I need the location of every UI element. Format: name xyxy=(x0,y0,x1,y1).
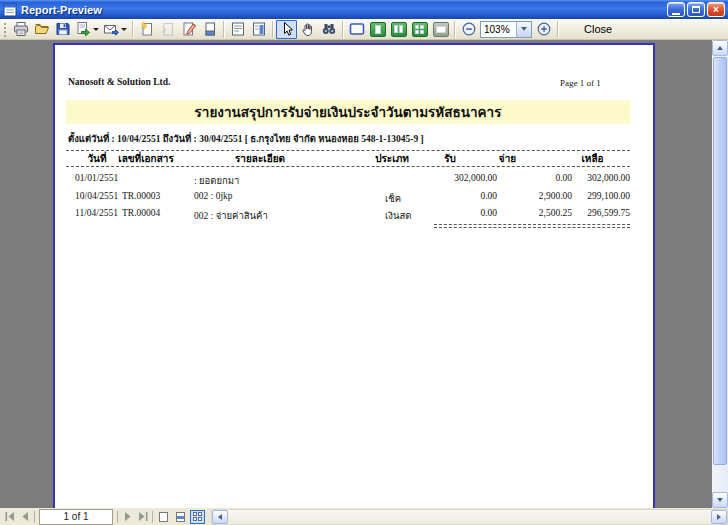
column-header-balance: เหลือ xyxy=(565,151,620,166)
report-columns-icon xyxy=(251,21,267,37)
find-button[interactable] xyxy=(318,20,339,39)
edit-page-button[interactable] xyxy=(178,20,199,39)
single-page-view-button[interactable] xyxy=(156,510,171,524)
multiple-pages-button[interactable] xyxy=(409,20,430,39)
column-header-pay: จ่าย xyxy=(480,151,535,166)
column-header-receive: รับ xyxy=(420,151,480,166)
send-dropdown-icon xyxy=(121,28,127,31)
scroll-up-button[interactable] xyxy=(712,40,728,56)
previous-page-icon xyxy=(21,512,29,521)
page-width-icon xyxy=(433,22,449,37)
scroll-down-button[interactable] xyxy=(712,492,728,508)
add-page-button[interactable] xyxy=(136,20,157,39)
report-columns-button[interactable] xyxy=(248,20,269,39)
cell-balance: 299,100.00 xyxy=(540,191,630,201)
next-page-button[interactable] xyxy=(120,510,135,524)
window-title: Report-Preview xyxy=(21,4,665,16)
add-page-icon xyxy=(139,21,155,37)
whole-page-button[interactable] xyxy=(367,20,388,39)
find-icon xyxy=(321,21,337,37)
cell-detail: 002 : 0jkp xyxy=(194,191,379,201)
last-page-icon xyxy=(138,512,148,521)
column-header-type: ประเภท xyxy=(362,151,422,166)
report-date-range: ตั้งแต่วันที่ : 10/04/2551 ถึงวันที่ : 3… xyxy=(68,131,424,146)
save-button[interactable] xyxy=(52,20,73,39)
send-button[interactable] xyxy=(101,20,129,39)
chevron-down-icon xyxy=(521,27,527,31)
minimize-icon xyxy=(672,13,680,15)
delete-page-button[interactable] xyxy=(157,20,178,39)
zoom-level-value: 103% xyxy=(481,24,516,35)
titlebar: Report-Preview × xyxy=(0,0,728,19)
restore-button[interactable] xyxy=(687,2,705,17)
scroll-left-button[interactable] xyxy=(212,510,228,524)
preview-area: Nanosoft & Solution Ltd. Page 1 of 1 ราย… xyxy=(0,40,728,508)
scroll-right-button[interactable] xyxy=(711,510,727,524)
export-dropdown-icon xyxy=(93,28,99,31)
multiple-pages-icon xyxy=(412,22,428,37)
edit-page-icon xyxy=(181,21,197,37)
cell-detail: 002 : จ่ายค่าสินค้า xyxy=(194,208,379,223)
report-style-button[interactable] xyxy=(227,20,248,39)
whole-page-icon xyxy=(370,22,386,37)
table-header-rule xyxy=(66,166,630,167)
column-header-docno: เลขที่เอกสาร xyxy=(116,151,176,166)
column-header-detail: รายละเอียด xyxy=(215,151,305,166)
export-icon xyxy=(75,21,91,37)
report-title: รายงานสรุปการรับจ่ายเงินประจำวันตามรหัสธ… xyxy=(195,101,502,123)
previous-page-button[interactable] xyxy=(17,510,32,524)
page-width-button[interactable] xyxy=(430,20,451,39)
open-button[interactable] xyxy=(31,20,52,39)
zoom-level-select[interactable]: 103% xyxy=(480,21,532,38)
export-button[interactable] xyxy=(73,20,101,39)
open-folder-icon xyxy=(34,21,50,37)
first-page-icon xyxy=(5,512,15,521)
restore-icon xyxy=(692,6,700,13)
statusbar: 1 of 1 xyxy=(0,508,728,525)
select-tool-button[interactable] xyxy=(276,20,297,39)
toolbar-grip[interactable] xyxy=(3,22,7,37)
table-row: 01/01/2551 : ยอดยกมา 302,000.00 0.00 302… xyxy=(55,173,653,186)
print-button[interactable] xyxy=(10,20,31,39)
zoom-out-button[interactable] xyxy=(458,20,479,39)
save-icon xyxy=(55,21,71,37)
statusbar-separator xyxy=(34,511,35,523)
toolbar-separator xyxy=(454,21,455,38)
fit-window-button[interactable] xyxy=(346,20,367,39)
multi-page-view-icon xyxy=(193,512,202,521)
close-preview-button[interactable]: Close xyxy=(569,20,627,38)
fit-window-icon xyxy=(349,21,365,37)
zoom-in-button[interactable] xyxy=(533,20,554,39)
horizontal-scrollbar[interactable] xyxy=(211,509,728,525)
hand-tool-button[interactable] xyxy=(297,20,318,39)
toolbar-separator xyxy=(132,21,133,38)
toolbar-separator xyxy=(557,21,558,38)
first-page-button[interactable] xyxy=(2,510,17,524)
cell-date: 01/01/2551 xyxy=(75,173,135,183)
app-icon xyxy=(3,3,17,17)
cell-docno: TR.00003 xyxy=(122,191,182,201)
report-page-label: Page 1 of 1 xyxy=(560,78,601,88)
arrow-up-icon xyxy=(717,46,723,50)
multi-page-view-button[interactable] xyxy=(190,510,205,524)
zoom-in-icon xyxy=(536,21,552,37)
close-window-button[interactable]: × xyxy=(707,2,725,17)
hand-tool-icon xyxy=(300,21,316,37)
arrow-left-icon xyxy=(218,514,222,520)
two-pages-button[interactable] xyxy=(388,20,409,39)
zoom-dropdown-button[interactable] xyxy=(516,22,531,37)
cell-docno: TR.00004 xyxy=(122,208,182,218)
arrow-right-icon xyxy=(717,514,721,520)
select-cursor-icon xyxy=(279,21,295,37)
zoom-out-icon xyxy=(461,21,477,37)
report-title-band: รายงานสรุปการรับจ่ายเงินประจำวันตามรหัสธ… xyxy=(66,100,630,124)
copy-page-button[interactable] xyxy=(199,20,220,39)
vertical-scrollbar-thumb[interactable] xyxy=(713,57,727,465)
fit-page-view-button[interactable] xyxy=(173,510,188,524)
report-page: Nanosoft & Solution Ltd. Page 1 of 1 ราย… xyxy=(53,43,655,508)
vertical-scrollbar[interactable] xyxy=(712,40,728,508)
last-page-button[interactable] xyxy=(135,510,150,524)
minimize-button[interactable] xyxy=(667,2,685,17)
delete-page-icon xyxy=(160,21,176,37)
toolbar-separator xyxy=(342,21,343,38)
